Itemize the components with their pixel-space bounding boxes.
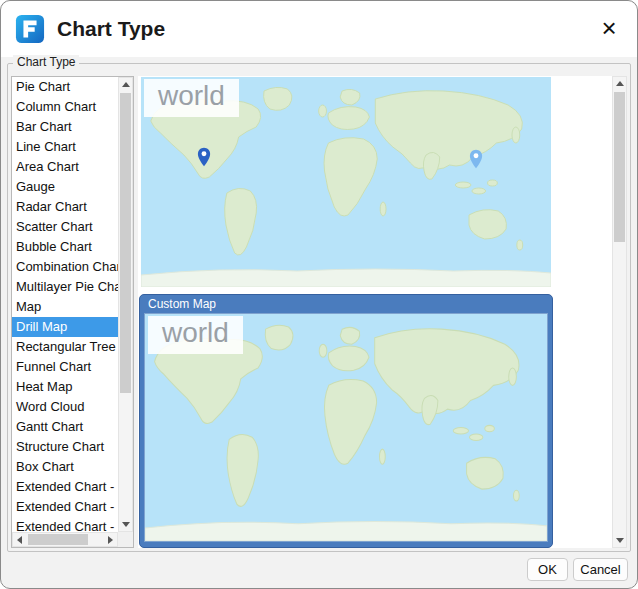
chart-type-item[interactable]: Combination Chart bbox=[12, 257, 118, 277]
map-watermark: world bbox=[148, 316, 243, 354]
scroll-down-button[interactable] bbox=[613, 534, 626, 547]
scroll-down-icon bbox=[122, 522, 130, 527]
scroll-up-button[interactable] bbox=[613, 77, 626, 90]
ok-button[interactable]: OK bbox=[527, 558, 568, 581]
chart-type-groupbox: Chart Type Pie ChartColumn ChartBar Char… bbox=[7, 63, 631, 552]
chart-type-item[interactable]: Line Chart bbox=[12, 137, 118, 157]
list-hscroll-thumb[interactable] bbox=[28, 534, 88, 545]
list-vscroll-thumb[interactable] bbox=[120, 93, 131, 393]
preview-vertical-scrollbar[interactable] bbox=[612, 76, 627, 548]
chart-type-item[interactable]: Scatter Chart bbox=[12, 217, 118, 237]
chart-type-item[interactable]: Pie Chart bbox=[12, 77, 118, 97]
chart-type-item[interactable]: Map bbox=[12, 297, 118, 317]
chart-type-list: Pie ChartColumn ChartBar ChartLine Chart… bbox=[11, 76, 134, 548]
chart-type-list-items: Pie ChartColumn ChartBar ChartLine Chart… bbox=[12, 77, 118, 532]
chart-type-item[interactable]: Funnel Chart bbox=[12, 357, 118, 377]
scroll-up-icon bbox=[122, 82, 130, 87]
chart-type-dialog: Chart Type × Chart Type Pie ChartColumn … bbox=[0, 0, 638, 589]
chart-type-item[interactable]: Structure Chart bbox=[12, 437, 118, 457]
scroll-left-button[interactable] bbox=[13, 533, 26, 546]
chart-type-item[interactable]: Gantt Chart bbox=[12, 417, 118, 437]
chart-type-item[interactable]: Area Chart bbox=[12, 157, 118, 177]
scroll-right-icon bbox=[108, 536, 113, 544]
custom-map-canvas: world bbox=[144, 313, 548, 542]
dialog-titlebar: Chart Type × bbox=[1, 1, 637, 57]
list-horizontal-scrollbar[interactable] bbox=[12, 532, 118, 547]
map-pin-icon bbox=[197, 147, 211, 167]
chart-type-item[interactable]: Column Chart bbox=[12, 97, 118, 117]
map-preview-custom[interactable]: Custom Map world bbox=[139, 294, 553, 548]
chart-type-item[interactable]: Extended Chart - bbox=[12, 517, 118, 532]
chart-type-item[interactable]: Box Chart bbox=[12, 457, 118, 477]
chart-type-item[interactable]: Rectangular Tree Diagram bbox=[12, 337, 118, 357]
chart-type-item[interactable]: Heat Map bbox=[12, 377, 118, 397]
preview-vscroll-thumb[interactable] bbox=[614, 92, 625, 242]
scroll-down-button[interactable] bbox=[119, 518, 132, 531]
scroll-left-icon bbox=[17, 536, 22, 544]
scroll-right-button[interactable] bbox=[104, 533, 117, 546]
dialog-title: Chart Type bbox=[57, 1, 165, 57]
custom-map-title: Custom Map bbox=[148, 297, 216, 311]
map-watermark: world bbox=[144, 79, 239, 117]
groupbox-label: Chart Type bbox=[13, 55, 79, 69]
chart-type-item[interactable]: Extended Chart - bbox=[12, 477, 118, 497]
scroll-up-button[interactable] bbox=[119, 78, 132, 91]
chart-type-item[interactable]: Word Cloud bbox=[12, 397, 118, 417]
app-logo-icon bbox=[15, 14, 45, 44]
map-preview-pane: world Custom Map bbox=[138, 76, 627, 548]
chart-type-item[interactable]: Gauge bbox=[12, 177, 118, 197]
chart-type-item[interactable]: Drill Map bbox=[12, 317, 118, 337]
scrollbar-corner bbox=[118, 532, 133, 547]
chart-type-item[interactable]: Extended Chart - bbox=[12, 497, 118, 517]
list-vertical-scrollbar[interactable] bbox=[118, 77, 133, 532]
map-preview-default[interactable]: world bbox=[141, 77, 551, 287]
map-pin-icon bbox=[469, 149, 483, 169]
chart-type-item[interactable]: Bar Chart bbox=[12, 117, 118, 137]
chart-type-item[interactable]: Bubble Chart bbox=[12, 237, 118, 257]
close-icon[interactable]: × bbox=[595, 15, 623, 43]
chart-type-item[interactable]: Radar Chart bbox=[12, 197, 118, 217]
cancel-button[interactable]: Cancel bbox=[573, 558, 628, 581]
scroll-up-icon bbox=[616, 81, 624, 86]
scroll-down-icon bbox=[616, 538, 624, 543]
chart-type-item[interactable]: Multilayer Pie Chart bbox=[12, 277, 118, 297]
